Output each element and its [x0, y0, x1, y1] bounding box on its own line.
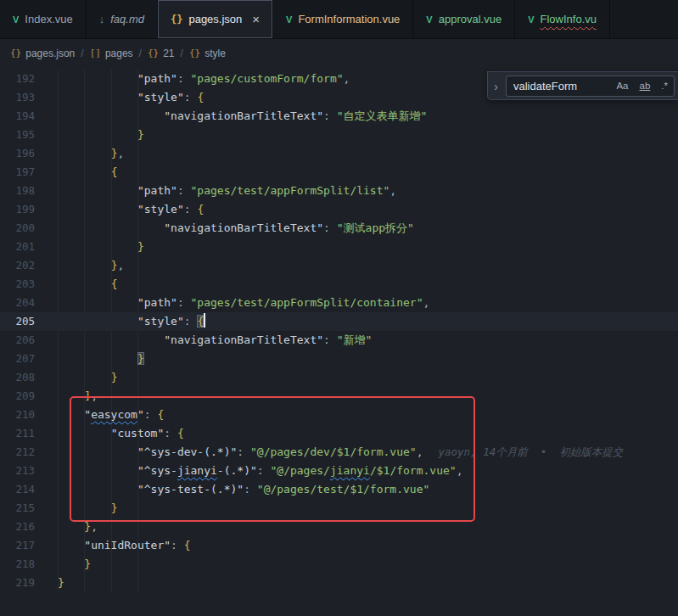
- token: {: [111, 277, 118, 290]
- toggle-replace-icon[interactable]: ›: [490, 79, 502, 93]
- code-line-197[interactable]: 197 {: [0, 163, 678, 182]
- token: "@/pages/: [270, 464, 329, 477]
- code-line-210[interactable]: 210 "easycom": {: [0, 406, 678, 424]
- line-number[interactable]: 209: [0, 387, 58, 406]
- code-line-195[interactable]: 195 }: [0, 126, 678, 144]
- line-number[interactable]: 214: [0, 480, 58, 499]
- token: [58, 539, 84, 552]
- code-line-214[interactable]: 214 "^sys-test-(.*)": "@/pages/test/$1/f…: [0, 480, 678, 499]
- line-number[interactable]: 200: [0, 219, 58, 238]
- close-icon[interactable]: ×: [252, 13, 260, 25]
- line-number[interactable]: 195: [0, 126, 58, 144]
- tab-faq-md[interactable]: ↓faq.md: [87, 0, 158, 38]
- code-line-211[interactable]: 211 "custom": {: [0, 424, 678, 443]
- code-text: "navigationBarTitleText": "新增": [58, 331, 678, 350]
- line-number[interactable]: 206: [0, 331, 58, 350]
- token: [58, 147, 111, 160]
- line-number[interactable]: 203: [0, 275, 58, 294]
- regex-icon[interactable]: .*: [658, 80, 670, 92]
- line-number[interactable]: 196: [0, 144, 58, 163]
- line-number[interactable]: 218: [0, 555, 58, 574]
- object-icon: {}: [10, 48, 21, 59]
- token: [58, 184, 137, 197]
- code-line-203[interactable]: 203 {: [0, 275, 678, 294]
- line-number[interactable]: 199: [0, 200, 58, 219]
- code-line-208[interactable]: 208 }: [0, 368, 678, 387]
- token: [58, 483, 137, 496]
- line-number[interactable]: 207: [0, 350, 58, 368]
- code-line-213[interactable]: 213 "^sys-jianyi-(.*)": "@/pages/jianyi/…: [0, 462, 678, 480]
- code-line-209[interactable]: 209 ],: [0, 387, 678, 406]
- token: "custom": [111, 427, 165, 440]
- token: [58, 352, 137, 365]
- code-line-218[interactable]: 218 }: [0, 555, 678, 574]
- token: {: [197, 203, 204, 216]
- line-number[interactable]: 208: [0, 368, 58, 387]
- line-number[interactable]: 219: [0, 574, 58, 592]
- code-line-201[interactable]: 201 }: [0, 238, 678, 256]
- tab-forminformation-vue[interactable]: VFormInformation.vue: [273, 0, 413, 38]
- breadcrumb-item-pages[interactable]: []pages: [90, 48, 133, 59]
- breadcrumb-item-21[interactable]: {}21: [148, 48, 175, 59]
- token: ": [84, 408, 91, 421]
- line-number[interactable]: 210: [0, 406, 58, 424]
- token: ,: [457, 464, 463, 477]
- token: [58, 315, 137, 328]
- token: [58, 91, 137, 104]
- token: "navigationBarTitleText": [164, 221, 323, 234]
- line-number[interactable]: 198: [0, 182, 58, 200]
- editor[interactable]: 192 "path": "pages/customForm/form",193 …: [0, 66, 678, 616]
- code-text: "custom": {: [58, 424, 678, 443]
- breadcrumb-separator: /: [139, 48, 142, 59]
- line-number[interactable]: 215: [0, 499, 58, 518]
- tab-index-vue[interactable]: VIndex.vue: [0, 0, 87, 38]
- line-number[interactable]: 193: [0, 88, 58, 107]
- token: "@/pages/dev/$1/form.vue": [250, 445, 417, 458]
- line-number[interactable]: 201: [0, 238, 58, 256]
- code-area[interactable]: 192 "path": "pages/customForm/form",193 …: [0, 70, 678, 592]
- code-text: "navigationBarTitleText": "自定义表单新增": [58, 107, 678, 126]
- code-line-194[interactable]: 194 "navigationBarTitleText": "自定义表单新增": [0, 107, 678, 126]
- line-number[interactable]: 205: [0, 312, 58, 331]
- code-line-200[interactable]: 200 "navigationBarTitleText": "测试app拆分": [0, 219, 678, 238]
- token: [58, 371, 111, 384]
- line-number[interactable]: 213: [0, 462, 58, 480]
- code-line-205[interactable]: 205 "style": {: [0, 312, 678, 331]
- line-number[interactable]: 211: [0, 424, 58, 443]
- code-line-215[interactable]: 215 }: [0, 499, 678, 518]
- token: "pages/test/appFormSplit/list": [191, 184, 390, 197]
- line-number[interactable]: 194: [0, 107, 58, 126]
- token: "^sys-: [137, 464, 177, 477]
- token: :: [184, 91, 198, 104]
- tab-approval-vue[interactable]: Vapproval.vue: [413, 0, 515, 38]
- token: "path": [137, 72, 177, 85]
- line-number[interactable]: 216: [0, 518, 58, 536]
- code-line-204[interactable]: 204 "path": "pages/test/appFormSplit/con…: [0, 294, 678, 312]
- breadcrumb-item-style[interactable]: {}style: [189, 48, 226, 59]
- code-line-212[interactable]: 212 "^sys-dev-(.*)": "@/pages/dev/$1/for…: [0, 443, 678, 462]
- line-number[interactable]: 217: [0, 536, 58, 555]
- code-line-199[interactable]: 199 "style": {: [0, 200, 678, 219]
- token: [58, 520, 84, 533]
- line-number[interactable]: 202: [0, 256, 58, 275]
- code-line-198[interactable]: 198 "path": "pages/test/appFormSplit/lis…: [0, 182, 678, 200]
- code-line-202[interactable]: 202 },: [0, 256, 678, 275]
- code-line-216[interactable]: 216 },: [0, 518, 678, 536]
- breadcrumb-item-pages-json[interactable]: {}pages.json: [10, 48, 75, 59]
- tab-pages-json[interactable]: {}pages.json×: [158, 0, 273, 38]
- vue-icon: V: [13, 14, 19, 25]
- whole-word-icon[interactable]: ab: [637, 80, 653, 92]
- line-number[interactable]: 212: [0, 443, 58, 462]
- code-line-196[interactable]: 196 },: [0, 144, 678, 163]
- line-number[interactable]: 204: [0, 294, 58, 312]
- code-text: }: [58, 574, 678, 592]
- code-line-207[interactable]: 207 }: [0, 350, 678, 368]
- line-number[interactable]: 192: [0, 70, 58, 88]
- code-line-219[interactable]: 219}: [0, 574, 678, 592]
- match-case-icon[interactable]: Aa: [614, 80, 630, 92]
- find-input[interactable]: validateForm Aa ab .*: [506, 76, 675, 97]
- line-number[interactable]: 197: [0, 163, 58, 182]
- code-line-217[interactable]: 217 "uniIdRouter": {: [0, 536, 678, 555]
- tab-flowinfo-vu[interactable]: VFlowInfo.vu: [515, 0, 610, 38]
- code-line-206[interactable]: 206 "navigationBarTitleText": "新增": [0, 331, 678, 350]
